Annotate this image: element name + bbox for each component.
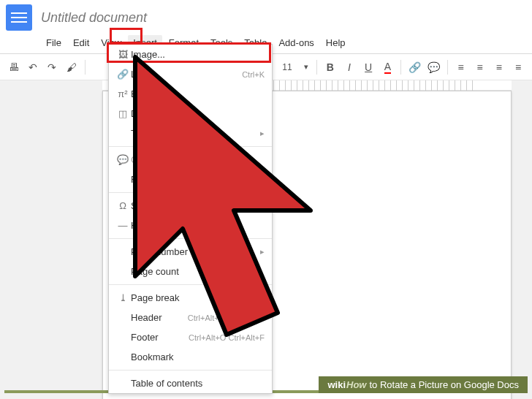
menu-item-shortcut: ▸ xyxy=(260,129,265,138)
caption-text: wikiHow to Rotate a Picture on Google Do… xyxy=(319,376,528,393)
menu-item-label: Header xyxy=(131,312,188,323)
menu-item-shortcut: Ctrl+Alt+O Ctrl+Alt+H xyxy=(188,314,265,322)
menu-item-label: Footer xyxy=(131,332,189,343)
underline-button[interactable]: U xyxy=(360,58,376,77)
font-size-dropdown-icon[interactable]: ▾ xyxy=(301,61,311,73)
menu-file[interactable]: File xyxy=(41,35,66,50)
insert-dropdown: 🖼Image...🔗Link...Ctrl+Kπ²Equation...◫Dra… xyxy=(108,44,273,394)
drawing-icon: ◫ xyxy=(115,108,131,119)
pagebreak-icon: ⤓ xyxy=(115,292,131,303)
insert-comment-icon[interactable]: 💬 xyxy=(425,58,441,77)
horizontalline-icon: — xyxy=(115,220,131,231)
align-justify-icon[interactable]: ≡ xyxy=(510,58,526,77)
docs-app-icon[interactable] xyxy=(6,4,32,31)
font-size-field[interactable]: 11 xyxy=(276,61,298,74)
insert-menu-item-pagecount[interactable]: Page count xyxy=(109,262,272,281)
menu-item-shortcut: Ctrl+Enter xyxy=(228,294,265,303)
insert-menu-item-drawing[interactable]: ◫Drawing... xyxy=(109,104,272,123)
menu-item-label: Page count xyxy=(131,266,265,277)
insert-menu-item-specialcharacters[interactable]: ΩSpecial characters... xyxy=(109,196,272,216)
undo-icon[interactable]: ↶ xyxy=(25,58,41,77)
document-title[interactable]: Untitled document xyxy=(41,10,147,26)
comment-icon: 💬 xyxy=(115,154,131,165)
menu-item-label: Drawing... xyxy=(131,108,265,119)
menu-help[interactable]: Help xyxy=(321,35,351,50)
equation-icon: π² xyxy=(115,88,131,99)
menu-addons[interactable]: Add-ons xyxy=(273,35,319,50)
menu-separator xyxy=(109,192,272,193)
menu-item-label: Comment xyxy=(131,154,265,165)
menu-item-label: Link... xyxy=(131,69,242,80)
link-icon: 🔗 xyxy=(115,69,131,80)
menu-item-shortcut: Ctrl+K xyxy=(242,70,265,79)
image-icon: 🖼 xyxy=(115,49,131,60)
align-left-icon[interactable]: ≡ xyxy=(452,58,468,77)
menu-separator xyxy=(109,146,272,147)
menu-item-label: Footnote xyxy=(131,174,265,185)
menu-item-shortcut: ▸ xyxy=(260,247,265,256)
insert-menu-item-comment: 💬Comment xyxy=(109,150,272,170)
menu-item-label: Page break xyxy=(131,292,228,303)
insert-menu-item-equation[interactable]: π²Equation... xyxy=(109,84,272,104)
menu-item-label: Equation... xyxy=(131,88,265,99)
insert-menu-item-link[interactable]: 🔗Link...Ctrl+K xyxy=(109,64,272,84)
insert-menu-item-footnote[interactable]: Footnote xyxy=(109,170,272,189)
insert-menu-item-header[interactable]: HeaderCtrl+Alt+O Ctrl+Alt+H xyxy=(109,308,272,327)
menu-separator xyxy=(109,238,272,239)
align-center-icon[interactable]: ≡ xyxy=(472,58,488,77)
menu-item-label: Page number xyxy=(131,246,260,257)
insert-menu-item-horizontalline[interactable]: —Horizontal line xyxy=(109,216,272,235)
menu-separator xyxy=(109,284,272,285)
insert-menu-item-bookmark[interactable]: Bookmark xyxy=(109,347,272,367)
bold-button[interactable]: B xyxy=(322,58,338,77)
insert-link-icon[interactable]: 🔗 xyxy=(406,58,422,77)
print-icon[interactable]: 🖶 xyxy=(6,58,22,77)
menu-item-label: Table of contents xyxy=(131,378,265,389)
insert-menu-item-tableofcontents[interactable]: Table of contents xyxy=(109,373,272,393)
menu-item-label: Table xyxy=(131,128,260,139)
insert-menu-item-footer[interactable]: FooterCtrl+Alt+O Ctrl+Alt+F xyxy=(109,327,272,347)
insert-menu-item-pagebreak[interactable]: ⤓Page breakCtrl+Enter xyxy=(109,288,272,308)
insert-menu-item-table[interactable]: Table▸ xyxy=(109,123,272,143)
menu-item-label: Image... xyxy=(131,49,265,60)
menu-item-label: Horizontal line xyxy=(131,220,265,231)
italic-button[interactable]: I xyxy=(341,58,357,77)
menu-item-label: Special characters... xyxy=(131,200,265,211)
menu-item-shortcut: Ctrl+Alt+O Ctrl+Alt+F xyxy=(189,333,265,342)
insert-menu-item-image[interactable]: 🖼Image... xyxy=(109,45,272,64)
specialcharacters-icon: Ω xyxy=(115,200,131,211)
align-right-icon[interactable]: ≡ xyxy=(491,58,507,77)
redo-icon[interactable]: ↷ xyxy=(44,58,60,77)
menu-item-label: Bookmark xyxy=(131,352,265,362)
menu-separator xyxy=(109,370,272,370)
text-color-button[interactable]: A xyxy=(379,58,395,77)
menu-edit[interactable]: Edit xyxy=(68,35,94,50)
paint-format-icon[interactable]: 🖌 xyxy=(63,58,79,77)
insert-menu-item-pagenumber[interactable]: Page number▸ xyxy=(109,242,272,262)
